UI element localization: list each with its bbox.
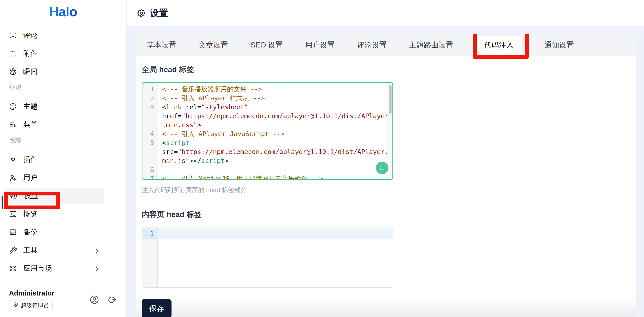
chevron-right-icon	[93, 247, 101, 255]
sidebar-item-settings[interactable]: 设置	[5, 188, 104, 204]
line-number	[142, 120, 154, 129]
section-heading-global-head: 全局 head 标签	[142, 65, 636, 74]
aperture-icon	[9, 68, 17, 76]
tab-comment[interactable]: 评论设置	[357, 40, 386, 50]
tab-seo[interactable]: SEO 设置	[250, 40, 283, 50]
sidebar-section-system: 系统	[0, 136, 126, 145]
sidebar-item-label: 插件	[23, 155, 38, 165]
person-circle-icon	[89, 295, 100, 305]
current-user-name: Administrator	[9, 289, 54, 297]
menu-gear-icon	[9, 121, 17, 129]
halo-admin-app: 评论附件瞬间外观主题菜单系统插件用户设置概览备份工具应用市场 Halo Admi…	[0, 0, 644, 317]
page-title: 设置	[150, 7, 168, 19]
sidebar-item-plugins[interactable]: 插件	[0, 153, 126, 166]
tab-theme-route[interactable]: 主题路由设置	[409, 40, 453, 50]
folder-icon	[9, 50, 17, 58]
wrench-icon	[9, 246, 17, 254]
line-number: 1	[142, 85, 154, 94]
gear-icon	[10, 192, 18, 200]
line-number	[142, 156, 154, 165]
profile-icon[interactable]	[89, 295, 100, 305]
sidebar-item-moments[interactable]: 瞬间	[0, 65, 126, 78]
code-line: 1<!-- 音乐播放器所用的文件 -->	[142, 85, 392, 94]
tab-basic[interactable]: 基本设置	[147, 40, 176, 50]
tab-code-inject[interactable]: 代码注入	[476, 36, 522, 55]
sidebar-item-attachments[interactable]: 附件	[0, 47, 126, 60]
line-number: 6	[142, 165, 154, 174]
sidebar-item-themes[interactable]: 主题	[0, 100, 126, 113]
settings-tabs: 基本设置文章设置SEO 设置用户设置评论设置主题路由设置代码注入通知设置	[136, 34, 636, 56]
editor-scrollbar-track[interactable]	[388, 83, 392, 179]
role-badge-label: 超级管理员	[21, 302, 49, 309]
sidebar-item-label: 附件	[23, 49, 38, 59]
line-number: 5	[142, 138, 154, 147]
sidebar-item-overview[interactable]: 概览	[0, 207, 126, 221]
role-badge: 超级管理员	[9, 299, 52, 311]
code-line: 6	[142, 165, 392, 174]
sidebar-item-label: 主题	[23, 102, 38, 112]
line-number	[142, 112, 154, 120]
shield-user-icon	[13, 302, 19, 308]
sidebar: 评论附件瞬间外观主题菜单系统插件用户设置概览备份工具应用市场 Halo Admi…	[0, 0, 126, 317]
sidebar-user-area: Administrator 超级管理员	[0, 290, 126, 317]
line-number: 2	[142, 94, 154, 103]
sidebar-item-label: 菜单	[23, 120, 38, 130]
sidebar-item-tools[interactable]: 工具	[0, 244, 126, 257]
chevron-right-icon	[93, 265, 101, 273]
sidebar-nav: 评论附件瞬间外观主题菜单系统插件用户设置概览备份工具应用市场	[0, 29, 126, 280]
sidebar-item-menus[interactable]: 菜单	[0, 118, 126, 131]
code-line: src="https://npm.elemecdn.com/aplayer@1.…	[142, 147, 392, 156]
editor-scrollbar-thumb[interactable]	[389, 85, 392, 114]
code-line: 3<link rel="stylesheet"	[142, 103, 392, 112]
sidebar-item-label: 概览	[23, 209, 38, 219]
code-line: 4<!-- 引入 APlayer JavaScript -->	[142, 129, 392, 138]
terminal-icon	[9, 210, 17, 218]
sidebar-item-label: 备份	[23, 227, 38, 237]
editor-active-line	[142, 229, 393, 239]
code-line: 7<!-- 引入 MetingJS、用于加载网易云音乐歌单 -->	[142, 174, 392, 180]
content-head-code-editor[interactable]: 1	[142, 227, 393, 288]
global-head-help-text: 注入代码到所有页面的 head 标签部分	[142, 186, 636, 194]
line-number: 4	[142, 129, 154, 138]
line-number: 7	[142, 174, 154, 180]
code-line: 5<script	[142, 138, 392, 147]
code-line: href="https://npm.elemecdn.com/aplayer@1…	[142, 112, 392, 120]
sidebar-item-app-market[interactable]: 应用市场	[0, 262, 126, 275]
active-tab-wrap: 代码注入	[476, 36, 522, 55]
sidebar-logo-header: Halo	[0, 0, 126, 33]
page-header: 设置	[126, 0, 644, 26]
global-head-code-editor[interactable]: 1<!-- 音乐播放器所用的文件 -->2<!-- 引入 APlayer 样式表…	[142, 82, 393, 180]
gear-icon	[137, 9, 146, 18]
sidebar-item-label: 瞬间	[23, 67, 38, 77]
sidebar-item-label: 工具	[23, 245, 38, 255]
editor-line-number: 1	[142, 229, 154, 239]
code-inject-panel: 全局 head 标签 1<!-- 音乐播放器所用的文件 -->2<!-- 引入 …	[136, 65, 636, 317]
tab-post[interactable]: 文章设置	[198, 40, 228, 50]
sidebar-item-backup[interactable]: 备份	[0, 225, 126, 239]
tab-user[interactable]: 用户设置	[305, 40, 335, 50]
apps-icon	[9, 264, 17, 272]
code-line: .min.css">	[142, 120, 392, 129]
sidebar-item-label: 应用市场	[23, 263, 52, 273]
palette-icon	[9, 103, 17, 111]
sidebar-item-users[interactable]: 用户	[0, 171, 126, 184]
logout-icon	[107, 295, 117, 305]
sidebar-item-label: 用户	[23, 173, 38, 183]
line-number	[142, 147, 154, 156]
code-line: 2<!-- 引入 APlayer 样式表 -->	[142, 94, 392, 103]
sidebar-item-label: 设置	[24, 191, 38, 201]
user-gear-icon	[9, 174, 17, 182]
tab-notification[interactable]: 通知设置	[544, 40, 574, 50]
editor-code-lines: 1<!-- 音乐播放器所用的文件 -->2<!-- 引入 APlayer 样式表…	[142, 85, 392, 180]
archive-icon	[9, 228, 17, 236]
active-item-indicator	[2, 196, 3, 209]
save-button[interactable]: 保存	[142, 299, 172, 317]
fullscreen-icon	[379, 165, 385, 171]
section-heading-content-head: 内容页 head 标签	[142, 210, 636, 219]
logout-icon[interactable]	[107, 295, 117, 305]
settings-gear-icon	[137, 9, 146, 18]
settings-card: 基本设置文章设置SEO 设置用户设置评论设置主题路由设置代码注入通知设置 全局 …	[136, 34, 636, 317]
plug-icon	[9, 156, 17, 164]
halo-logo: Halo	[49, 4, 77, 20]
fullscreen-button[interactable]	[376, 162, 388, 174]
